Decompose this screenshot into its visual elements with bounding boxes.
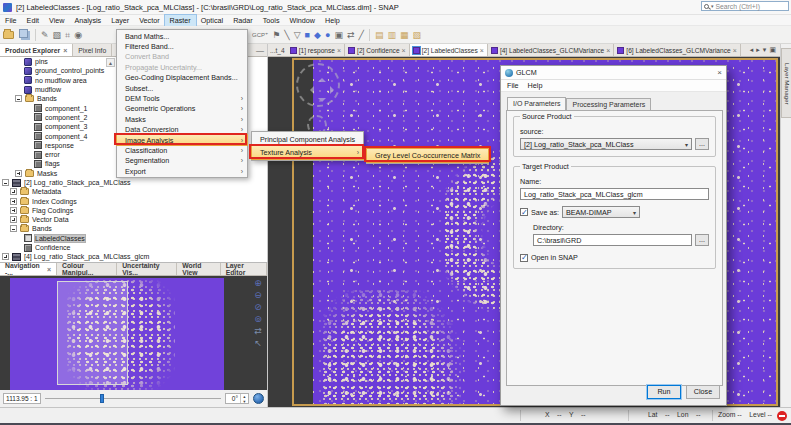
directory-field[interactable]: C:\brasil\GRD [533,234,692,246]
overflow-tab[interactable]: ...t_4 [268,44,287,56]
dialog-close-icon[interactable]: × [717,68,722,77]
menu-item-classification[interactable]: Classification› [117,145,247,155]
polygon-draw-icon[interactable]: ◆ [314,27,321,43]
pan-compass-icon[interactable] [296,63,340,107]
zoom-ratio-field[interactable]: 1113.95 : 1 [3,393,41,404]
source-browse-button[interactable]: ... [695,138,709,150]
menu-window[interactable]: Window [284,15,320,26]
tab-colour-manipulation[interactable]: Colour Manipul... [57,263,117,275]
sync-view-icon[interactable]: ⇄ [251,326,265,336]
menu-tools[interactable]: Tools [258,15,285,26]
menu-item-principal-component-analysis[interactable]: Principal Component Analysis [252,133,363,146]
collapse-icon[interactable] [10,225,17,232]
zoom-in-icon[interactable]: ⊕ [251,278,265,288]
tab-product-explorer[interactable]: Product Explorer × [0,44,73,56]
close-icon[interactable]: × [402,47,406,54]
doc-tab-response[interactable]: [1] response× [287,44,345,56]
rotation-spinner[interactable]: 0° ▴▾ [225,393,249,404]
ellipse-draw-icon[interactable]: ● [325,27,330,43]
menu-file[interactable]: File [0,15,22,26]
pan-up-icon[interactable] [318,74,326,82]
scroll-tabs-left-icon[interactable]: ◂ [750,46,754,54]
menu-vector[interactable]: Vector [134,15,164,26]
menu-radar[interactable]: Radar [228,15,258,26]
menu-item-glcm[interactable]: Grey Level Co-occurrence Matrix [367,149,488,162]
menu-item-masks[interactable]: Masks› [117,114,247,124]
open-in-snap-checkbox[interactable] [520,254,528,262]
gcp-tool-icon[interactable]: GCP⁺ [252,27,268,43]
tree-item[interactable]: [4] Log_ratio_Stack_pca_MLClass_glcm [0,252,267,261]
menu-item-segmentation[interactable]: Segmentation› [117,156,247,166]
collapse-icon[interactable] [2,179,9,186]
zoom-pixel-icon[interactable]: ⊘ [251,302,265,312]
menu-optical[interactable]: Optical [196,15,228,26]
expand-icon[interactable] [10,216,17,223]
menu-item-geocoding-displacement[interactable]: Geo-Coding Displacement Bands... [117,73,247,83]
tree-item[interactable]: Flag Codings [0,206,267,215]
doc-tab-confidence[interactable]: [2] Confidence× [345,44,410,56]
pin-tool-icon[interactable]: ⚑ [272,27,280,43]
source-product-combo[interactable]: [2] Log_ratio_Stack_pca_MLClass ▾ [520,138,692,150]
close-icon[interactable]: × [606,47,610,54]
tile-single-icon[interactable]: ▤ [375,27,384,43]
tree-item[interactable]: [2] Log_ratio_Stack_pca_MLClass [0,178,267,187]
scroll-up-icon[interactable]: ▴ [106,58,115,67]
save-as-checkbox[interactable] [520,208,528,216]
shape-draw-icon[interactable]: ▣ [334,27,343,43]
menu-item-export[interactable]: Export› [117,166,247,176]
menu-view[interactable]: View [44,15,69,26]
run-button[interactable]: Run [647,385,681,399]
polygon-tool-icon[interactable]: ▽ [294,27,301,43]
search-dropdown-icon[interactable]: ▾ [711,3,714,9]
visible-area-rect[interactable] [57,281,128,385]
panel-minimize-icon[interactable]: — [256,46,264,55]
tile-horizontal-icon[interactable]: ▥ [387,27,396,43]
menu-item-geometric-operations[interactable]: Geometric Operations› [117,104,247,114]
doc-tab-glcmvariance-4[interactable]: [4] LabeledClasses_GLCMVariance× [488,44,614,56]
menu-item-band-maths[interactable]: Band Maths... [117,31,247,41]
open-product-icon[interactable] [3,31,14,39]
close-icon[interactable]: × [63,47,67,54]
tab-io-parameters[interactable]: I/O Parameters [507,97,566,110]
zoom-all-icon[interactable]: ⊚ [251,314,265,324]
grid-icon[interactable]: ⌗ [65,27,70,43]
directory-browse-button[interactable]: ... [695,234,709,246]
slider-handle[interactable] [100,394,104,403]
layer-manager-tab[interactable]: Layer Manager [781,48,791,118]
tree-item[interactable]: Bands [0,224,267,233]
menu-item-texture-analysis[interactable]: Texture Analysis› [252,146,363,159]
doc-tab-labeledclasses[interactable]: [2] LabeledClasses× [410,44,488,56]
line-tool-icon[interactable]: ╲ [284,27,289,43]
expand-icon[interactable] [10,207,17,214]
spinner-arrows[interactable]: ▴▾ [240,394,248,403]
tab-pixel-info[interactable]: Pixel Info [73,44,112,56]
tree-item[interactable]: Index Codings [0,196,267,205]
scroll-tabs-right-icon[interactable]: ▸ [756,46,760,54]
close-icon[interactable]: × [480,47,484,54]
expand-icon[interactable] [10,188,17,195]
stop-indicator-icon[interactable] [777,411,787,421]
menu-item-filtered-band[interactable]: Filtered Band... [117,41,247,51]
edit-geometry-icon[interactable]: ✎ [41,27,49,43]
menu-layer[interactable]: Layer [106,15,134,26]
tree-item-selected[interactable]: LabeledClasses [0,234,267,243]
rectangle-draw-icon[interactable]: ■ [305,27,310,43]
tree-item[interactable]: Vector Data [0,215,267,224]
close-icon[interactable]: × [47,266,51,273]
tab-layer-editor[interactable]: Layer Editor [221,263,267,275]
menu-analysis[interactable]: Analysis [69,15,106,26]
menu-item-dem-tools[interactable]: DEM Tools› [117,93,247,103]
tab-list-icon[interactable]: ▾ [763,46,767,54]
copy-view-icon[interactable] [19,29,28,38]
close-icon[interactable]: × [733,47,737,54]
maximize-view-icon[interactable]: ▣ [769,46,776,54]
tab-world-view[interactable]: World View [177,263,220,275]
sync-navigation-button[interactable] [253,393,264,404]
gcp-manager-icon[interactable]: ◉ [74,27,82,43]
close-icon[interactable]: × [337,47,341,54]
pan-right-icon[interactable] [330,86,338,94]
pan-down-icon[interactable] [318,98,326,106]
range-finder-icon[interactable]: ⇄ [347,27,355,43]
dialog-title-bar[interactable]: GLCM × [501,66,726,80]
dialog-menu-file[interactable]: File [507,81,519,90]
